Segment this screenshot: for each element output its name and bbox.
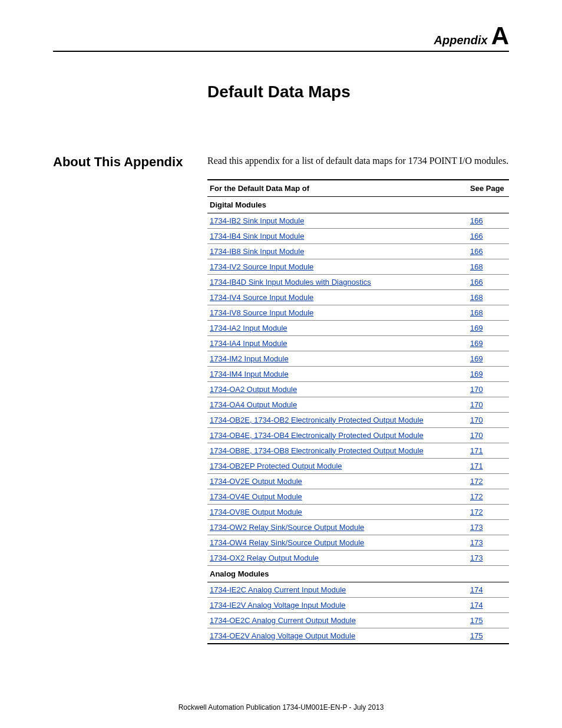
page-link[interactable]: 169 (470, 339, 483, 348)
col-header-module: For the Default Data Map of (207, 180, 468, 197)
page-link[interactable]: 172 (470, 477, 483, 486)
table-row: 1734-OE2V Analog Voltage Output Module17… (207, 628, 509, 644)
module-link[interactable]: 1734-IM4 Input Module (210, 370, 289, 378)
module-link[interactable]: 1734-OE2C Analog Current Output Module (210, 616, 356, 625)
table-row: 1734-IV8 Source Input Module168 (207, 305, 509, 320)
module-link[interactable]: 1734-OB8E, 1734-OB8 Electronically Prote… (210, 446, 424, 455)
table-row: 1734-IB2 Sink Input Module166 (207, 213, 509, 228)
section-heading: About This Appendix (53, 154, 207, 170)
module-link[interactable]: 1734-OX2 Relay Output Module (210, 554, 319, 562)
page-link[interactable]: 166 (470, 216, 483, 225)
page-link[interactable]: 170 (470, 385, 483, 394)
module-link[interactable]: 1734-IB4 Sink Input Module (210, 232, 304, 241)
table-row: 1734-IB8 Sink Input Module166 (207, 243, 509, 259)
page-link[interactable]: 173 (470, 554, 483, 562)
module-link[interactable]: 1734-IE2C Analog Current Input Module (210, 585, 346, 594)
module-link[interactable]: 1734-OE2V Analog Voltage Output Module (210, 631, 355, 640)
left-column: About This Appendix (53, 154, 207, 170)
intro-text: Read this appendix for a list of default… (207, 154, 509, 167)
footer-text: Rockwell Automation Publication 1734-UM0… (0, 703, 562, 711)
module-link[interactable]: 1734-IB2 Sink Input Module (210, 216, 304, 225)
page-link[interactable]: 170 (470, 431, 483, 440)
module-link[interactable]: 1734-OV2E Output Module (210, 477, 302, 486)
table-row: 1734-IM4 Input Module169 (207, 366, 509, 381)
page-link[interactable]: 173 (470, 523, 483, 532)
page-link[interactable]: 174 (470, 601, 483, 610)
page-link[interactable]: 174 (470, 585, 483, 594)
table-row: 1734-IV4 Source Input Module168 (207, 289, 509, 305)
appendix-letter: A (491, 24, 509, 48)
page-link[interactable]: 169 (470, 354, 483, 363)
page-link[interactable]: 175 (470, 616, 483, 625)
module-link[interactable]: 1734-IA2 Input Module (210, 324, 287, 332)
table-row: 1734-OB2EP Protected Output Module171 (207, 458, 509, 473)
page-link[interactable]: 168 (470, 308, 483, 317)
table-row: 1734-OA4 Output Module170 (207, 397, 509, 412)
appendix-word: Appendix (434, 34, 488, 47)
module-link[interactable]: 1734-IV8 Source Input Module (210, 308, 313, 317)
content-columns: About This Appendix Read this appendix f… (53, 154, 509, 644)
module-link[interactable]: 1734-OA4 Output Module (210, 400, 297, 409)
module-link[interactable]: 1734-OV8E Output Module (210, 508, 302, 516)
table-row: 1734-IA2 Input Module169 (207, 320, 509, 335)
table-row: 1734-OX2 Relay Output Module173 (207, 550, 509, 565)
table-row: 1734-OW2 Relay Sink/Source Output Module… (207, 519, 509, 535)
chapter-title: Default Data Maps (207, 83, 509, 101)
module-link[interactable]: 1734-IV4 Source Input Module (210, 293, 313, 302)
page-link[interactable]: 166 (470, 247, 483, 256)
page-link[interactable]: 175 (470, 631, 483, 640)
table-row: 1734-OB4E, 1734-OB4 Electronically Prote… (207, 427, 509, 443)
right-column: Read this appendix for a list of default… (207, 154, 509, 644)
table-row: 1734-OV8E Output Module172 (207, 504, 509, 519)
table-row: 1734-IB4D Sink Input Modules with Diagno… (207, 274, 509, 289)
page: Appendix A Default Data Maps About This … (0, 0, 562, 728)
table-row: 1734-IB4 Sink Input Module166 (207, 228, 509, 243)
col-header-page: See Page (468, 180, 509, 197)
appendix-header: Appendix A (53, 24, 509, 52)
data-map-table: For the Default Data Map of See Page Dig… (207, 179, 509, 644)
table-row: 1734-OA2 Output Module170 (207, 381, 509, 397)
table-section-row: Analog Modules (207, 565, 509, 582)
page-link[interactable]: 172 (470, 508, 483, 516)
module-link[interactable]: 1734-OW4 Relay Sink/Source Output Module (210, 538, 364, 547)
table-section-label: Analog Modules (207, 565, 509, 582)
table-row: 1734-OB2E, 1734-OB2 Electronically Prote… (207, 412, 509, 427)
table-row: 1734-OV2E Output Module172 (207, 473, 509, 489)
page-link[interactable]: 170 (470, 400, 483, 409)
page-link[interactable]: 169 (470, 324, 483, 332)
module-link[interactable]: 1734-OB2E, 1734-OB2 Electronically Prote… (210, 416, 424, 424)
module-link[interactable]: 1734-OA2 Output Module (210, 385, 297, 394)
module-link[interactable]: 1734-IM2 Input Module (210, 354, 289, 363)
module-link[interactable]: 1734-IB4D Sink Input Modules with Diagno… (210, 278, 371, 286)
module-link[interactable]: 1734-OB2EP Protected Output Module (210, 462, 342, 470)
page-link[interactable]: 166 (470, 278, 483, 286)
table-row: 1734-IE2C Analog Current Input Module174 (207, 582, 509, 597)
page-link[interactable]: 171 (470, 462, 483, 470)
table-row: 1734-OW4 Relay Sink/Source Output Module… (207, 535, 509, 550)
table-row: 1734-IA4 Input Module169 (207, 335, 509, 351)
module-link[interactable]: 1734-OV4E Output Module (210, 492, 302, 501)
table-row: 1734-IE2V Analog Voltage Input Module174 (207, 597, 509, 612)
page-link[interactable]: 170 (470, 416, 483, 424)
module-link[interactable]: 1734-IE2V Analog Voltage Input Module (210, 601, 346, 610)
module-link[interactable]: 1734-OB4E, 1734-OB4 Electronically Prote… (210, 431, 424, 440)
table-row: 1734-OV4E Output Module172 (207, 489, 509, 504)
table-row: 1734-OB8E, 1734-OB8 Electronically Prote… (207, 443, 509, 458)
module-link[interactable]: 1734-OW2 Relay Sink/Source Output Module (210, 523, 364, 532)
table-section-label: Digital Modules (207, 196, 509, 213)
page-link[interactable]: 166 (470, 232, 483, 241)
table-row: 1734-IV2 Source Input Module168 (207, 259, 509, 274)
page-link[interactable]: 169 (470, 370, 483, 378)
table-section-row: Digital Modules (207, 196, 509, 213)
page-link[interactable]: 168 (470, 262, 483, 271)
module-link[interactable]: 1734-IV2 Source Input Module (210, 262, 313, 271)
module-link[interactable]: 1734-IA4 Input Module (210, 339, 287, 348)
table-row: 1734-OE2C Analog Current Output Module17… (207, 612, 509, 628)
page-link[interactable]: 172 (470, 492, 483, 501)
page-link[interactable]: 171 (470, 446, 483, 455)
table-row: 1734-IM2 Input Module169 (207, 351, 509, 366)
module-link[interactable]: 1734-IB8 Sink Input Module (210, 247, 304, 256)
page-link[interactable]: 173 (470, 538, 483, 547)
page-link[interactable]: 168 (470, 293, 483, 302)
